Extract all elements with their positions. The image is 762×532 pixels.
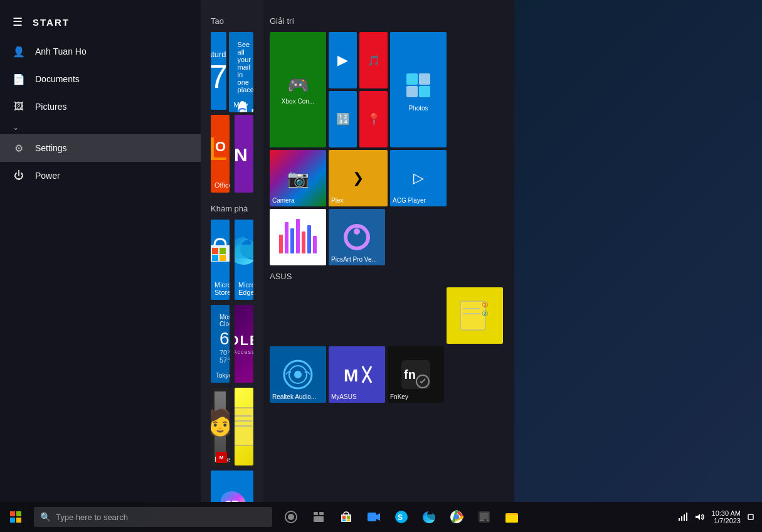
office-label: Office <box>214 181 230 189</box>
volume-icon[interactable] <box>692 502 707 532</box>
tile-xbox[interactable]: 🎮 Xbox Con... <box>270 32 326 147</box>
tile-paint3d[interactable]: 3D Paint 3D <box>211 471 253 502</box>
svg-text:②: ② <box>482 309 489 318</box>
tile-realtek[interactable]: Realtek Audio... <box>270 346 326 403</box>
taskbar-skype-icon[interactable]: S <box>389 502 414 532</box>
start-label: START <box>33 17 70 28</box>
tile-calc[interactable]: 🔢 <box>329 91 357 147</box>
fnkey-label: FnKey <box>390 393 408 400</box>
tile-photos[interactable]: Photos <box>390 32 447 147</box>
section-asus-label: ASUS <box>270 272 508 281</box>
svg-rect-44 <box>314 512 318 515</box>
tile-picsart[interactable]: PicsArt Pro Ve... <box>329 209 385 265</box>
taskbar: 🔍 Type here to search <box>0 502 762 532</box>
tile-plex[interactable]: ❯ Plex <box>329 150 388 206</box>
svg-text:①: ① <box>482 301 489 309</box>
svg-text:N: N <box>235 144 248 165</box>
sidebar-item-settings[interactable]: ⚙ Settings <box>0 134 201 162</box>
taskbar-taskview-icon[interactable] <box>306 502 331 532</box>
sketchpad2-icon: ① ② <box>458 299 492 332</box>
sidebar-item-user[interactable]: 👤 Anh Tuan Ho <box>0 38 201 65</box>
taskbar-icons: S <box>278 502 524 532</box>
taskbar-media-icon[interactable] <box>472 502 497 532</box>
svg-rect-46 <box>314 516 324 522</box>
photos-icon <box>401 68 435 102</box>
tiles-row-weather: Mostly Cloudy 61° 70° 57° Tokyo DOLBY Ac… <box>211 305 253 383</box>
outlook-icon: 📧 <box>251 101 253 112</box>
expand-chevron-icon[interactable]: ⌄ <box>13 123 19 132</box>
tile-fnkey[interactable]: fn FnKey <box>388 346 444 403</box>
taskbar-cortana-icon[interactable] <box>278 502 304 532</box>
tile-camera[interactable]: 📷 Camera <box>270 150 326 206</box>
svg-text:M: M <box>344 366 358 385</box>
notification-icon[interactable] <box>746 502 756 532</box>
user-icon: 👤 <box>13 45 25 58</box>
myasus-icon: M <box>340 358 374 391</box>
tile-office[interactable]: O Office <box>211 115 230 193</box>
edge-label: Microsoft Edge <box>238 281 253 296</box>
tile-maps[interactable]: 📍 <box>359 91 388 147</box>
tile-soundscape[interactable] <box>270 209 326 265</box>
taskbar-store-icon[interactable] <box>334 502 359 532</box>
gap <box>232 115 233 193</box>
tiles-row-2: O Office N <box>211 115 253 193</box>
svg-rect-8 <box>212 255 218 261</box>
office-icon: O <box>211 132 230 165</box>
taskbar-zoom-icon[interactable] <box>361 502 386 532</box>
tile-edge[interactable]: Microsoft Edge <box>235 220 253 300</box>
tile-acg[interactable]: ▷ ACG Player <box>390 150 447 206</box>
tile-groove[interactable]: 🎵 <box>359 32 388 88</box>
svg-point-23 <box>354 228 360 235</box>
taskbar-edge-icon[interactable] <box>416 502 442 532</box>
dolby-sub: Access <box>235 349 253 355</box>
taskbar-search-bar[interactable]: 🔍 Type here to search <box>34 507 272 527</box>
documents-icon: 📄 <box>13 73 25 85</box>
tile-store[interactable]: Microsoft Store <box>211 220 230 300</box>
svg-rect-49 <box>347 516 350 519</box>
notification-bell-icon <box>747 513 754 521</box>
tile-dolby[interactable]: DOLBY Access <box>235 305 253 383</box>
myasus-label: MyASUS <box>331 393 357 400</box>
svg-rect-41 <box>16 518 21 523</box>
sidebar-item-power[interactable]: ⏻ Power <box>0 162 201 189</box>
network-status-icon <box>678 512 688 522</box>
svg-rect-6 <box>212 248 218 254</box>
svg-rect-66 <box>679 518 680 521</box>
svg-text:S: S <box>398 513 403 522</box>
taskbar-explorer-icon[interactable] <box>499 502 524 532</box>
taskbar-start-button[interactable] <box>0 502 31 532</box>
sidebar-item-documents[interactable]: 📄 Documents <box>0 65 201 93</box>
media-icon <box>477 510 491 524</box>
svg-rect-63 <box>487 519 489 521</box>
xbox-label: Xbox Con... <box>282 98 314 105</box>
tile-mail[interactable]: See all your mail in one place G 📧 ✉ Mai <box>229 32 253 112</box>
weather-hi-lo: 70° 57° <box>220 349 221 364</box>
windows-logo-icon <box>10 511 21 523</box>
dolby-text: DOLBY <box>235 332 253 349</box>
svg-rect-38 <box>10 511 15 516</box>
tile-myasus[interactable]: M MyASUS <box>329 346 385 403</box>
tile-weather[interactable]: Mostly Cloudy 61° 70° 57° Tokyo <box>211 305 230 383</box>
taskbar-right: 10:30 AM 1/7/2023 <box>675 502 762 532</box>
svg-rect-21 <box>419 86 430 97</box>
tile-calendar[interactable]: Saturday 7 <box>211 32 226 110</box>
edge-taskbar-icon <box>422 510 436 524</box>
svg-rect-60 <box>480 513 489 519</box>
tile-sketchpad[interactable]: ① ② <box>235 388 253 466</box>
pictures-label: Pictures <box>35 102 67 112</box>
tile-news[interactable]: 🧑 News M <box>211 388 230 466</box>
hamburger-icon[interactable]: ☰ <box>13 15 23 29</box>
sidebar-item-pictures[interactable]: 🖼 Pictures <box>0 93 201 120</box>
search-icon: 🔍 <box>40 512 51 522</box>
picsart-label: PicsArt Pro Ve... <box>331 256 377 263</box>
svg-rect-19 <box>419 73 430 85</box>
realtek-label: Realtek Audio... <box>272 393 316 400</box>
tile-onenote[interactable]: N <box>235 115 253 193</box>
mail-dropdown-icon[interactable]: ▼ <box>243 102 250 109</box>
asus-empty-2 <box>329 287 385 344</box>
taskbar-chrome-icon[interactable] <box>444 502 469 532</box>
network-icon[interactable] <box>675 502 691 532</box>
tile-sketchpad2[interactable]: ① ② <box>447 287 503 344</box>
plex-label: Plex <box>331 197 343 204</box>
tile-movies[interactable]: ▶ <box>329 32 357 88</box>
